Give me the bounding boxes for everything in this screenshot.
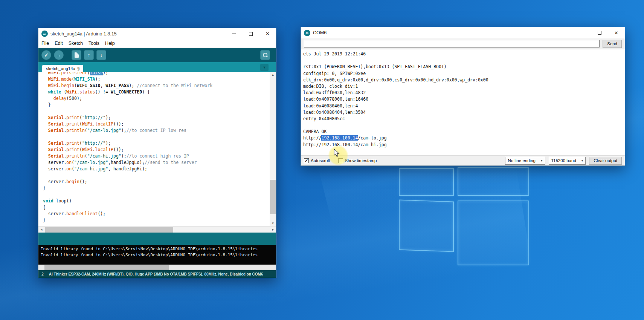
arduino-ide-window: ∞ sketch_aug14a | Arduino 1.8.15 ✕ FileE… <box>38 28 276 278</box>
minimize-icon <box>581 33 584 33</box>
console-scrollbar[interactable] <box>38 265 276 270</box>
text-line <box>43 108 270 115</box>
text-line: WiFi.persistent(false); <box>43 72 270 76</box>
autoscroll-checkbox[interactable]: ✓ <box>304 158 309 163</box>
mouse-cursor <box>334 149 340 158</box>
ide-message-strip <box>38 233 276 245</box>
maximize-icon <box>598 31 601 35</box>
text-line: } <box>43 217 270 224</box>
serial-bottom-bar: ✓ Autoscroll ✓ Show timestamp No line en… <box>301 156 625 165</box>
text-line: void loop() <box>43 198 270 204</box>
upload-button[interactable]: → <box>54 50 64 60</box>
ide-titlebar[interactable]: ∞ sketch_aug14a | Arduino 1.8.15 ✕ <box>38 28 276 40</box>
text-line: delay(500); <box>43 95 270 102</box>
status-board-info: AI Thinker ESP32-CAM, 240MHz (WiFi/BT), … <box>49 272 263 276</box>
windows-logo <box>397 165 530 266</box>
text-line: Serial.print("http://"); <box>43 140 270 147</box>
minimize-button[interactable] <box>574 27 591 38</box>
autoscroll-checkbox-group[interactable]: ✓ Autoscroll <box>304 158 330 163</box>
menu-item[interactable]: Tools <box>89 41 99 46</box>
text-line: server.handleClient(); <box>43 211 270 217</box>
close-icon: ✕ <box>614 30 618 36</box>
code-area[interactable]: WiFi.persistent(false); WiFi.mode(WIFI_S… <box>38 72 270 227</box>
text-line: rst:0x1 (POWERON_RESET),boot:0x13 (SPI_F… <box>303 64 625 70</box>
sketch-tab-modified-mark: § <box>77 66 79 71</box>
text-line: Serial.println("/cam-lo.jpg");//to conne… <box>43 127 270 134</box>
chevron-down-icon: ▼ <box>263 66 266 69</box>
tab-menu-button[interactable]: ▼ <box>260 64 269 71</box>
line-ending-value: No line ending <box>508 158 536 163</box>
text-line: http://192.168.100.14/cam-hi.jpg <box>303 142 625 148</box>
chevron-down-icon: ▾ <box>581 159 583 162</box>
serial-titlebar[interactable]: ∞ COM6 ✕ <box>301 27 625 38</box>
sketch-tab-label: sketch_aug14a <box>46 66 75 71</box>
minimize-icon <box>232 34 236 34</box>
baud-rate-select[interactable]: 115200 baud ▾ <box>549 157 586 165</box>
maximize-icon <box>249 32 253 36</box>
menu-item[interactable]: File <box>41 41 49 46</box>
serial-monitor-button[interactable] <box>260 50 270 60</box>
scroll-left-icon[interactable]: ◄ <box>38 227 44 233</box>
text-line: server.begin(); <box>43 179 270 185</box>
menu-item[interactable]: Sketch <box>69 41 83 46</box>
text-line <box>303 57 625 64</box>
text-line <box>303 122 625 129</box>
serial-input[interactable] <box>304 40 600 47</box>
text-line: Serial.print("http://"); <box>43 115 270 121</box>
minimize-button[interactable] <box>225 28 242 40</box>
text-line: Serial.println("/cam-hi.jpg");//to conne… <box>43 153 270 159</box>
editor-horizontal-scrollbar[interactable]: ◄ ► <box>38 226 276 233</box>
maximize-button[interactable] <box>591 27 608 38</box>
text-line: Invalid library found in C:\Users\Servis… <box>41 246 276 252</box>
open-icon: ↑ <box>88 52 90 58</box>
vertical-scrollbar-thumb[interactable] <box>270 180 276 214</box>
save-icon: ↓ <box>100 52 103 58</box>
close-button[interactable]: ✕ <box>608 27 625 38</box>
text-line <box>43 191 270 198</box>
ide-statusbar: 2 AI Thinker ESP32-CAM, 240MHz (WiFi/BT)… <box>38 270 276 278</box>
magnifier-icon <box>263 53 267 57</box>
arduino-app-icon: ∞ <box>304 30 310 36</box>
text-line: } <box>43 185 270 191</box>
text-line <box>43 134 270 140</box>
text-line: load:0x40080404,len:3504 <box>303 109 625 116</box>
windows-logo-pane <box>399 168 454 196</box>
scroll-up-icon[interactable]: ▲ <box>270 72 276 78</box>
ide-console: Invalid library found in C:\Users\Servis… <box>38 245 276 265</box>
editor-vertical-scrollbar[interactable]: ▲ ▼ <box>270 72 276 227</box>
serial-monitor-window: ∞ COM6 ✕ Send ets Jul 29 2019 12:21:46 r… <box>301 27 625 166</box>
send-button[interactable]: Send <box>603 40 622 48</box>
menu-item[interactable]: Help <box>105 41 115 46</box>
text-line: http://192.168.100.14/cam-lo.jpg <box>303 135 625 141</box>
text-line: Serial.print(WiFi.localIP()); <box>43 121 270 127</box>
chevron-down-icon: ▾ <box>541 159 543 162</box>
clear-output-button[interactable]: Clear output <box>589 157 622 165</box>
text-line: server.on("/cam-hi.jpg", handleJpgHi); <box>43 166 270 172</box>
sketch-tab[interactable]: sketch_aug14a § <box>42 65 83 72</box>
text-line: Invalid library found in C:\Users\Servis… <box>41 252 276 258</box>
verify-icon: ✓ <box>44 52 49 58</box>
close-button[interactable]: ✕ <box>259 28 276 40</box>
console-scrollbar-thumb[interactable] <box>44 265 169 270</box>
open-button[interactable]: ↑ <box>84 50 94 60</box>
close-icon: ✕ <box>266 31 270 37</box>
status-line-number: 2 <box>41 272 44 276</box>
desktop: ∞ sketch_aug14a | Arduino 1.8.15 ✕ FileE… <box>0 0 644 320</box>
save-button[interactable]: ↓ <box>96 50 106 60</box>
horizontal-scrollbar-thumb[interactable] <box>45 227 173 233</box>
maximize-button[interactable] <box>242 28 259 40</box>
text-line: load:0x40078000,len:16460 <box>303 96 625 103</box>
upload-icon: → <box>56 52 61 58</box>
scroll-right-icon[interactable]: ► <box>270 227 276 233</box>
new-sketch-button[interactable] <box>72 50 81 60</box>
menu-item[interactable]: Edit <box>55 41 63 46</box>
serial-input-row: Send <box>301 38 625 49</box>
serial-output[interactable]: ets Jul 29 2019 12:21:46 rst:0x1 (POWERO… <box>301 49 625 156</box>
line-ending-select[interactable]: No line ending ▾ <box>505 157 545 165</box>
new-sketch-icon <box>75 52 79 58</box>
scroll-down-icon[interactable]: ▼ <box>270 220 276 226</box>
text-line: configsip: 0, SPIWP:0xee <box>303 70 625 77</box>
verify-button[interactable]: ✓ <box>41 50 51 60</box>
serial-window-title: COM6 <box>313 30 327 35</box>
code-editor[interactable]: WiFi.persistent(false); WiFi.mode(WIFI_S… <box>38 72 276 227</box>
